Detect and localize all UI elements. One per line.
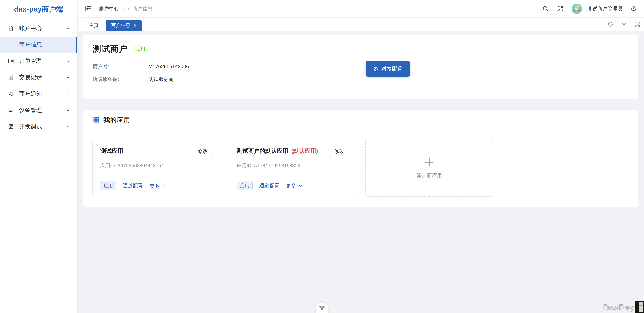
chevron-down-icon — [298, 184, 302, 188]
sidebar-item-merchant-info[interactable]: 商户信息 — [0, 36, 78, 53]
avatar[interactable] — [572, 4, 582, 14]
app-status-badge: 启用 — [237, 181, 252, 190]
breadcrumb: 账户中心 / 商户信息 — [99, 5, 152, 12]
merchant-status-badge: 启用 — [133, 44, 148, 53]
merchant-field-row: 商户号: M1762855142006 — [93, 62, 628, 70]
sidebar-item-label: 订单管理 — [19, 57, 66, 65]
chevron-down-icon — [66, 58, 70, 63]
perf-monitor-widget — [634, 301, 644, 313]
file-plus-icon — [7, 24, 15, 32]
add-new-app-label: 添加新应用 — [417, 172, 442, 179]
chevron-down-icon — [66, 124, 70, 129]
app-name: 测试商户的默认应用 — [237, 148, 288, 154]
daxpay-watermark: DaxPay — [603, 303, 634, 312]
top-header: 账户中心 / 商户信息 — [78, 0, 644, 18]
add-new-app-button[interactable]: 添加新应用 — [366, 138, 493, 197]
chevron-up-icon — [66, 26, 70, 31]
sidebar-item-label: 账户中心 — [19, 24, 66, 32]
app-card-default-app: 测试商户的默认应用 (默认应用) 修改 应用ID: A7784776293198… — [229, 138, 357, 197]
frame-expand-icon[interactable] — [630, 18, 644, 31]
perf-tick-orange — [639, 305, 643, 306]
gear-icon: ⚙ — [373, 66, 378, 72]
plus-icon — [424, 157, 435, 168]
search-icon[interactable] — [542, 5, 549, 12]
merchant-id-label: 商户号: — [93, 63, 148, 70]
chevron-down-icon — [162, 184, 166, 188]
connect-config-button[interactable]: ⚙ 对接配置 — [366, 61, 410, 77]
app-logo[interactable]: dax-pay商户端 — [0, 0, 78, 18]
tab-home[interactable]: 主页 — [84, 20, 104, 31]
content-area: 测试商户 启用 商户号: M1762855142006 所属服务商: 测试服务商… — [78, 31, 644, 313]
ledger-icon — [7, 74, 15, 81]
sidebar-item-orders[interactable]: 订单管理 — [0, 53, 78, 69]
refresh-icon[interactable] — [604, 18, 617, 31]
chevron-down-icon — [66, 92, 70, 96]
megaphone-icon — [7, 90, 15, 98]
merchant-field-row: 所属服务商: 测试服务商 — [93, 75, 628, 83]
close-icon[interactable]: × — [134, 23, 136, 28]
app-name: 测试应用 — [100, 148, 123, 154]
sidebar-item-notifications[interactable]: 商户通知 — [0, 86, 78, 102]
chevron-down-icon[interactable] — [617, 18, 630, 31]
channel-config-link[interactable]: 通道配置 — [259, 182, 280, 189]
breadcrumb-separator: / — [128, 6, 129, 12]
user-name[interactable]: 测试商户管理员 — [587, 5, 622, 12]
sidebar-subitem-label: 商户信息 — [19, 41, 42, 48]
fullscreen-icon[interactable] — [557, 5, 564, 12]
chevron-down-icon — [121, 7, 125, 11]
app-id-line: 应用ID: A9726563864448754 — [100, 162, 212, 169]
breadcrumb-item-account-center[interactable]: 账户中心 — [99, 5, 125, 12]
sidebar: dax-pay商户端 账户中心 商户信息 — [0, 0, 78, 313]
merchant-info-card: 测试商户 启用 商户号: M1762855142006 所属服务商: 测试服务商… — [83, 35, 638, 99]
chevron-down-icon — [66, 75, 70, 80]
apps-grid-icon — [93, 116, 100, 123]
grid-icon — [7, 123, 15, 130]
default-app-tag: (默认应用) — [291, 148, 318, 154]
tab-merchant-info[interactable]: 商户信息 × — [106, 20, 142, 31]
vue-logo-icon — [319, 305, 325, 311]
perf-ticks-green — [639, 309, 643, 311]
tabbar: 主页 商户信息 × — [78, 18, 644, 31]
merchant-isv-value: 测试服务商 — [148, 76, 174, 83]
my-apps-card: 我的应用 测试应用 修改 应用ID: A9726563864448754 — [83, 110, 638, 207]
merchant-name: 测试商户 — [93, 43, 128, 54]
sidebar-menu: 账户中心 商户信息 订单管理 — [0, 18, 78, 135]
sidebar-item-devices[interactable]: 设备管理 — [0, 102, 78, 118]
more-link[interactable]: 更多 — [150, 182, 166, 189]
collapse-menu-icon[interactable] — [84, 5, 92, 12]
sidebar-item-label: 交易记录 — [19, 74, 66, 81]
wallet-icon — [7, 57, 15, 65]
sidebar-item-dev-debug[interactable]: 开发调试 — [0, 118, 78, 135]
merchant-id-value: M1762855142006 — [148, 64, 189, 69]
scan-device-icon — [7, 106, 15, 114]
apps-section-title: 我的应用 — [104, 116, 130, 124]
breadcrumb-item-merchant-info: 商户信息 — [132, 5, 152, 12]
settings-gear-icon[interactable]: ⚙ — [630, 5, 636, 12]
app-id-line: 应用ID: A7784776293198322 — [237, 162, 349, 169]
sidebar-item-label: 商户通知 — [19, 90, 66, 98]
sidebar-item-transactions[interactable]: 交易记录 — [0, 69, 78, 86]
app-status-badge: 启用 — [100, 181, 116, 190]
app-card-test-app: 测试应用 修改 应用ID: A9726563864448754 启用 通道配置 … — [92, 138, 220, 197]
chevron-down-icon — [66, 108, 70, 112]
channel-config-link[interactable]: 通道配置 — [123, 182, 143, 189]
edit-app-button[interactable]: 修改 — [193, 146, 212, 157]
app-root: dax-pay商户端 账户中心 商户信息 — [0, 0, 644, 313]
merchant-isv-label: 所属服务商: — [93, 76, 148, 83]
sidebar-item-account-center[interactable]: 账户中心 — [0, 20, 78, 36]
edit-app-button[interactable]: 修改 — [330, 146, 349, 157]
active-rail — [76, 36, 78, 53]
sidebar-item-label: 开发调试 — [19, 123, 66, 130]
more-link[interactable]: 更多 — [286, 182, 302, 189]
main-area: 账户中心 / 商户信息 — [78, 0, 644, 313]
sidebar-item-label: 设备管理 — [19, 106, 66, 114]
